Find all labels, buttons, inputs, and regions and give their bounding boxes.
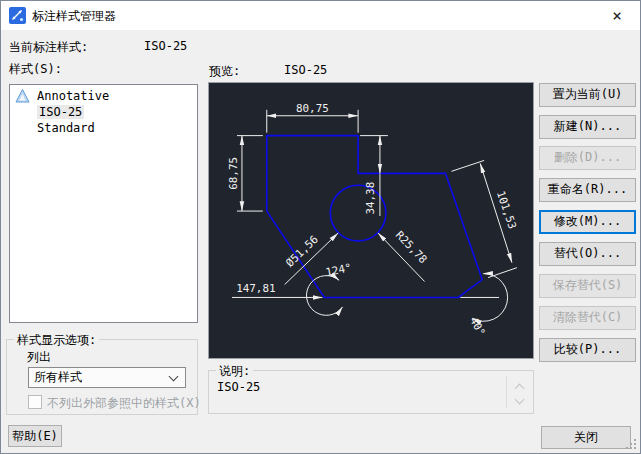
description-label: 说明:	[216, 363, 253, 380]
description-value: ISO-25	[217, 380, 260, 394]
preview-label: 预览:	[209, 63, 240, 80]
style-display-options-group: 样式显示选项: 列出 所有样式 不列出外部参照中的样式(X)	[6, 339, 198, 415]
current-style-label: 当前标注样式:	[9, 39, 88, 56]
dim-value-radius: R25,78	[393, 229, 430, 266]
dialog-close-button[interactable]: 关闭	[541, 426, 631, 449]
help-button[interactable]: 帮助(E)	[8, 425, 62, 447]
compare-button[interactable]: 比较(P)...	[539, 338, 636, 362]
dim-value-top: 80,75	[296, 102, 329, 115]
style-item-label: ISO-25	[37, 105, 84, 119]
hide-xref-checkbox-row: 不列出外部参照中的样式(X)	[28, 395, 201, 410]
styles-listbox[interactable]: Annotative ISO-25 Standard	[9, 84, 198, 323]
style-item-label: Standard	[37, 121, 95, 135]
scroll-up-icon[interactable]	[515, 384, 525, 394]
dimension-style-icon	[9, 7, 26, 24]
dim-value-left: 68,75	[227, 157, 240, 190]
new-button[interactable]: 新建(N)...	[539, 115, 636, 139]
annotative-icon	[15, 89, 30, 103]
dimension-style-manager-dialog: 标注样式管理器 × 当前标注样式: ISO-25 样式(S): Annotati…	[0, 0, 641, 454]
current-style-value: ISO-25	[144, 39, 187, 53]
save-override-button: 保存替代(S)	[539, 274, 636, 298]
dimension-texts: 80,75 68,75 34,38 101,53 R25,78 Ø51,56 1…	[227, 102, 519, 339]
close-icon: ×	[612, 6, 622, 25]
style-filter-combobox[interactable]: 所有样式	[28, 367, 186, 388]
hide-xref-checkbox-label: 不列出外部参照中的样式(X)	[47, 396, 201, 410]
style-item-standard[interactable]: Standard	[10, 120, 197, 136]
dim-value-bottom: 147,81	[236, 282, 275, 295]
delete-button: 删除(D)...	[539, 146, 636, 170]
set-current-button[interactable]: 置为当前(U)	[539, 83, 636, 107]
list-filter-label: 列出	[27, 349, 51, 366]
dim-value-angle-right: 40°	[467, 315, 488, 338]
preview-geometry	[267, 136, 482, 298]
override-button[interactable]: 替代(O)...	[539, 242, 636, 266]
chevron-down-icon	[169, 372, 179, 382]
dim-value-aligned: 101,53	[494, 189, 519, 230]
style-filter-value: 所有样式	[34, 370, 82, 384]
scroll-down-icon[interactable]	[515, 395, 525, 405]
resize-grip[interactable]	[626, 439, 637, 450]
style-item-label: Annotative	[37, 89, 109, 103]
close-button[interactable]: ×	[602, 3, 632, 28]
style-item-annotative[interactable]: Annotative	[10, 88, 197, 104]
titlebar[interactable]: 标注样式管理器 ×	[1, 1, 640, 30]
dim-value-angle-left: 124°	[324, 261, 352, 279]
modify-button[interactable]: 修改(M)...	[539, 210, 636, 234]
hide-xref-checkbox	[28, 395, 42, 409]
style-item-iso25[interactable]: ISO-25	[10, 104, 197, 120]
style-display-options-label: 样式显示选项:	[14, 332, 99, 349]
preview-canvas: 80,75 68,75 34,38 101,53 R25,78 Ø51,56 1…	[208, 82, 534, 359]
description-group: 说明: ISO-25	[208, 370, 534, 414]
window-title: 标注样式管理器	[32, 8, 116, 25]
dim-value-mid: 34,38	[364, 182, 377, 215]
preview-style-name: ISO-25	[284, 63, 327, 77]
description-scrollbar-divider	[506, 376, 507, 408]
styles-list-label: 样式(S):	[9, 61, 62, 78]
rename-button[interactable]: 重命名(R)...	[539, 178, 636, 202]
clear-override-button: 清除替代(C)	[539, 306, 636, 330]
